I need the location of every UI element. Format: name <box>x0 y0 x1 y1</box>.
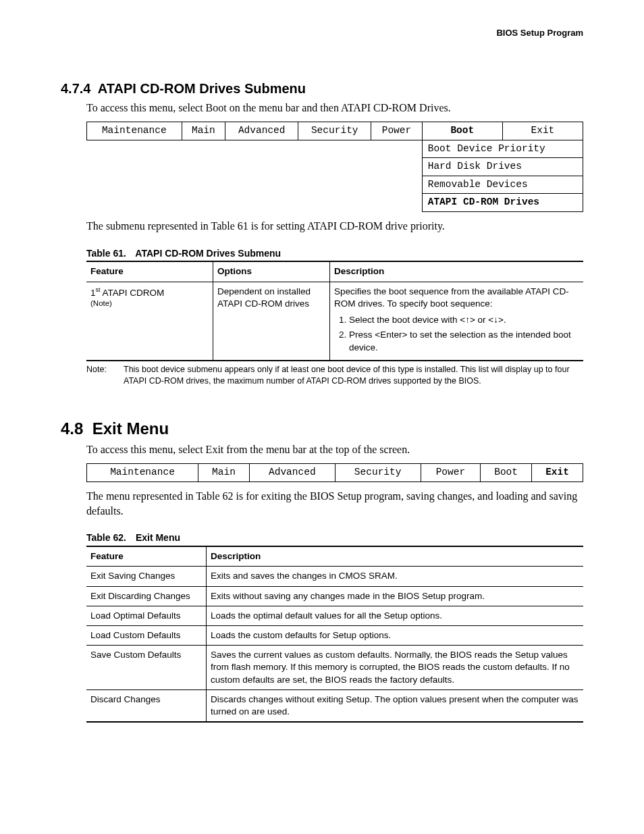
cell-description: Specifies the boot sequence from the ava… <box>330 282 584 361</box>
cell-desc: Exits and saves the changes in CMOS SRAM… <box>207 567 584 586</box>
bios-tab-main: Main <box>198 464 250 482</box>
table-row: Load Custom Defaults Loads the custom de… <box>86 626 583 646</box>
step-1: Select the boot device with <↑> or <↓>. <box>349 314 579 326</box>
intro-text-48: To access this menu, select Exit from th… <box>86 442 583 457</box>
cell-desc: Exits without saving any changes made in… <box>207 586 584 606</box>
col-options: Options <box>213 261 330 282</box>
section-number: 4.7.4 <box>61 81 90 96</box>
bios-tab-maintenance: Maintenance <box>87 464 198 482</box>
cell-desc: Discards changes without exiting Setup. … <box>207 689 584 722</box>
col-feature: Feature <box>86 261 213 282</box>
bios-tab-boot: Boot <box>481 464 532 482</box>
running-header: BIOS Setup Program <box>61 27 583 39</box>
table-row: Save Custom Defaults Saves the current v… <box>86 646 583 690</box>
cell-feature: Exit Discarding Changes <box>86 586 207 606</box>
section-title: Exit Menu <box>92 419 169 438</box>
cell-desc: Loads the custom defaults for Setup opti… <box>207 626 584 646</box>
bios-tab-power: Power <box>421 464 481 482</box>
col-feature: Feature <box>86 546 207 567</box>
cell-desc: Saves the current values as custom defau… <box>207 646 584 690</box>
cell-feature: Discard Changes <box>86 689 207 722</box>
bios-menu-bar-48: Maintenance Main Advanced Security Power… <box>86 463 583 482</box>
cell-feature: Load Optimal Defaults <box>86 606 207 625</box>
caption-sentence-474: The submenu represented in Table 61 is f… <box>86 219 583 234</box>
intro-text-474: To access this menu, select Boot on the … <box>86 101 583 115</box>
section-number: 4.8 <box>61 419 83 438</box>
caption-sentence-48: The menu represented in Table 62 is for … <box>86 489 583 518</box>
bios-tab-main: Main <box>182 122 225 140</box>
table-61-note: Note: This boot device submenu appears o… <box>86 364 583 387</box>
cell-options: Dependent on installed ATAPI CD-ROM driv… <box>213 282 330 361</box>
bios-tab-power: Power <box>371 122 422 140</box>
table-row: Exit Discarding Changes Exits without sa… <box>86 586 583 606</box>
boot-steps: Select the boot device with <↑> or <↓>. … <box>336 314 579 354</box>
table-row: Discard Changes Discards changes without… <box>86 689 583 722</box>
bios-sub-atapi-cdrom: ATAPI CD-ROM Drives <box>422 194 583 212</box>
section-heading-48: 4.8 Exit Menu <box>61 418 583 440</box>
bios-sub-hard-disk-drives: Hard Disk Drives <box>422 158 583 176</box>
feature-note: (Note) <box>90 298 209 309</box>
cell-desc: Loads the optimal default values for all… <box>207 606 584 625</box>
bios-tab-advanced: Advanced <box>225 122 298 140</box>
desc-line: Specifies the boot sequence from the ava… <box>334 286 569 309</box>
note-label: Note: <box>86 364 124 387</box>
bios-tab-security: Security <box>298 122 371 140</box>
bios-tab-advanced: Advanced <box>249 464 335 482</box>
table-row: Load Optimal Defaults Loads the optimal … <box>86 606 583 625</box>
section-heading-474: 4.7.4 ATAPI CD-ROM Drives Submenu <box>61 80 583 98</box>
feature-ordinal: 1 <box>90 287 96 297</box>
table-61-caption: Table 61. ATAPI CD-ROM Drives Submenu <box>86 247 583 260</box>
bios-menu-bar-474: Maintenance Main Advanced Security Power… <box>86 122 583 212</box>
table-row: Exit Saving Changes Exits and saves the … <box>86 567 583 586</box>
col-description: Description <box>330 261 584 282</box>
feature-sup: st <box>96 286 101 293</box>
cell-feature: Save Custom Defaults <box>86 646 207 690</box>
section-title: ATAPI CD-ROM Drives Submenu <box>98 81 306 96</box>
cell-feature: Exit Saving Changes <box>86 567 207 586</box>
step-2: Press <Enter> to set the selection as th… <box>349 329 579 353</box>
bios-sub-removable-devices: Removable Devices <box>422 176 583 194</box>
table-61: Feature Options Description 1st ATAPI CD… <box>86 261 583 361</box>
bios-tab-maintenance: Maintenance <box>87 122 182 140</box>
bios-tab-security: Security <box>335 464 421 482</box>
feature-text: ATAPI CDROM <box>101 287 165 297</box>
bios-sub-boot-device-priority: Boot Device Priority <box>422 140 583 158</box>
table-62: Feature Description Exit Saving Changes … <box>86 546 583 723</box>
bios-tab-exit: Exit <box>502 122 583 140</box>
cell-feature: Load Custom Defaults <box>86 626 207 646</box>
col-description: Description <box>207 546 584 567</box>
bios-tab-exit: Exit <box>532 464 583 482</box>
cell-feature: 1st ATAPI CDROM (Note) <box>86 282 213 361</box>
note-text: This boot device submenu appears only if… <box>124 364 583 387</box>
table-62-caption: Table 62. Exit Menu <box>86 531 583 544</box>
bios-tab-boot: Boot <box>422 122 502 140</box>
